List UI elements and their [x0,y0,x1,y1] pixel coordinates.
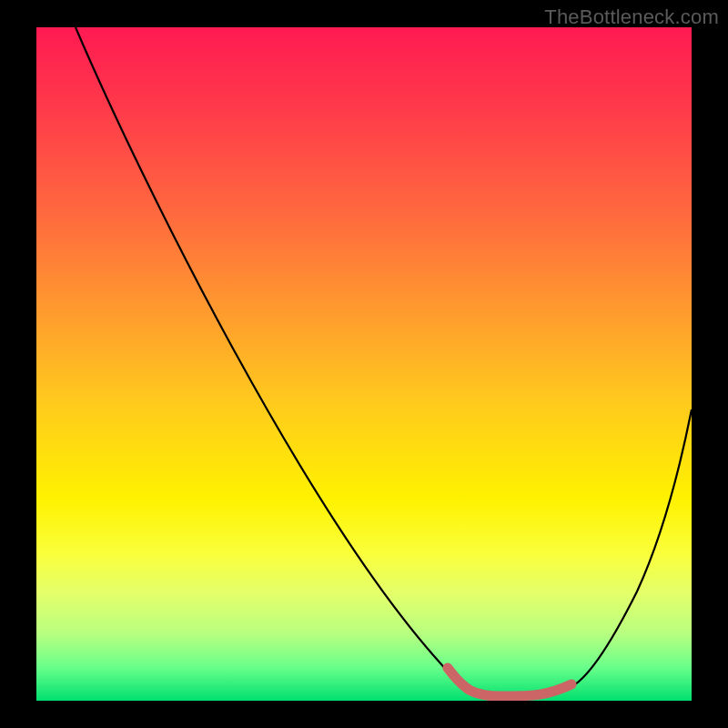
curve-overlay [36,27,692,701]
optimal-band-path [448,668,571,696]
chart-frame: TheBottleneck.com [0,0,728,728]
bottleneck-curve-path [76,27,692,697]
watermark-text: TheBottleneck.com [544,5,719,29]
